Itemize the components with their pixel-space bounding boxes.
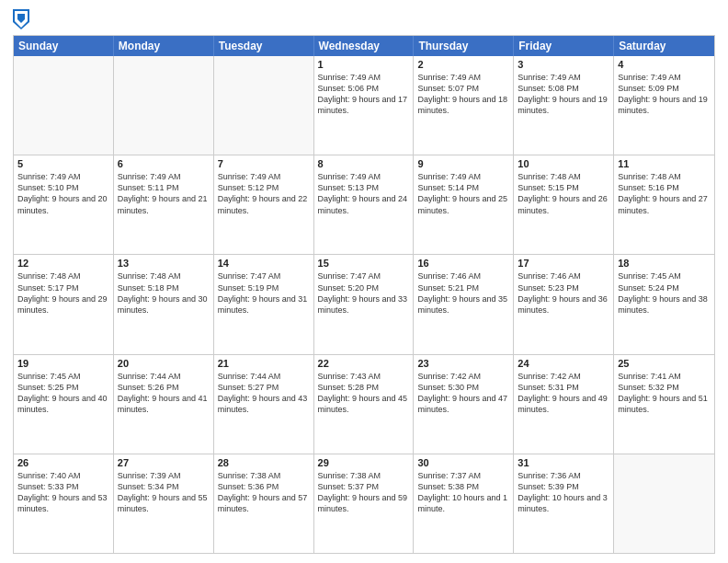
- calendar-week-3: 12Sunrise: 7:48 AM Sunset: 5:17 PM Dayli…: [14, 254, 714, 353]
- day-info: Sunrise: 7:49 AM Sunset: 5:13 PM Dayligh…: [318, 171, 410, 216]
- day-info: Sunrise: 7:47 AM Sunset: 5:20 PM Dayligh…: [318, 270, 410, 316]
- day-info: Sunrise: 7:43 AM Sunset: 5:28 PM Dayligh…: [318, 371, 410, 416]
- day-cell-16: 16Sunrise: 7:46 AM Sunset: 5:21 PM Dayli…: [414, 255, 514, 353]
- day-cell-8: 8Sunrise: 7:49 AM Sunset: 5:13 PM Daylig…: [314, 155, 415, 254]
- weekday-header-tuesday: Tuesday: [214, 36, 314, 56]
- day-info: Sunrise: 7:40 AM Sunset: 5:33 PM Dayligh…: [17, 470, 109, 515]
- day-number: 24: [518, 358, 609, 369]
- day-number: 4: [618, 59, 711, 70]
- day-number: 20: [118, 358, 210, 369]
- day-number: 2: [417, 59, 509, 70]
- day-number: 21: [218, 358, 310, 369]
- calendar-header-row: SundayMondayTuesdayWednesdayThursdayFrid…: [14, 36, 714, 56]
- day-info: Sunrise: 7:44 AM Sunset: 5:27 PM Dayligh…: [218, 371, 310, 416]
- day-cell-12: 12Sunrise: 7:48 AM Sunset: 5:17 PM Dayli…: [14, 255, 114, 353]
- empty-cell: [614, 454, 714, 553]
- day-cell-22: 22Sunrise: 7:43 AM Sunset: 5:28 PM Dayli…: [314, 355, 415, 454]
- day-cell-4: 4Sunrise: 7:49 AM Sunset: 5:09 PM Daylig…: [614, 56, 714, 155]
- day-info: Sunrise: 7:41 AM Sunset: 5:32 PM Dayligh…: [618, 371, 711, 416]
- weekday-header-wednesday: Wednesday: [314, 36, 415, 56]
- day-info: Sunrise: 7:47 AM Sunset: 5:19 PM Dayligh…: [218, 270, 310, 316]
- day-cell-18: 18Sunrise: 7:45 AM Sunset: 5:24 PM Dayli…: [614, 255, 714, 353]
- day-number: 19: [17, 358, 109, 369]
- weekday-header-sunday: Sunday: [14, 36, 114, 56]
- day-info: Sunrise: 7:36 AM Sunset: 5:39 PM Dayligh…: [518, 470, 609, 515]
- day-cell-17: 17Sunrise: 7:46 AM Sunset: 5:23 PM Dayli…: [514, 255, 614, 353]
- day-cell-27: 27Sunrise: 7:39 AM Sunset: 5:34 PM Dayli…: [114, 454, 214, 553]
- calendar-week-4: 19Sunrise: 7:45 AM Sunset: 5:25 PM Dayli…: [14, 354, 714, 454]
- day-cell-7: 7Sunrise: 7:49 AM Sunset: 5:12 PM Daylig…: [214, 155, 314, 254]
- day-number: 12: [17, 258, 109, 269]
- page: SundayMondayTuesdayWednesdayThursdayFrid…: [0, 0, 728, 563]
- logo: [13, 9, 33, 29]
- day-number: 8: [318, 158, 410, 169]
- day-number: 10: [518, 158, 609, 169]
- day-cell-20: 20Sunrise: 7:44 AM Sunset: 5:26 PM Dayli…: [114, 355, 214, 454]
- weekday-header-monday: Monday: [114, 36, 214, 56]
- day-number: 14: [218, 258, 310, 269]
- day-cell-28: 28Sunrise: 7:38 AM Sunset: 5:36 PM Dayli…: [214, 454, 314, 553]
- day-info: Sunrise: 7:49 AM Sunset: 5:07 PM Dayligh…: [417, 72, 509, 117]
- day-cell-23: 23Sunrise: 7:42 AM Sunset: 5:30 PM Dayli…: [414, 355, 514, 454]
- day-info: Sunrise: 7:42 AM Sunset: 5:31 PM Dayligh…: [518, 371, 609, 416]
- day-cell-2: 2Sunrise: 7:49 AM Sunset: 5:07 PM Daylig…: [414, 56, 514, 155]
- day-number: 9: [417, 158, 509, 169]
- day-cell-1: 1Sunrise: 7:49 AM Sunset: 5:06 PM Daylig…: [314, 56, 415, 155]
- day-info: Sunrise: 7:45 AM Sunset: 5:24 PM Dayligh…: [618, 270, 711, 316]
- day-number: 30: [417, 457, 509, 468]
- day-info: Sunrise: 7:49 AM Sunset: 5:12 PM Dayligh…: [218, 171, 310, 216]
- day-number: 1: [318, 59, 410, 70]
- weekday-header-friday: Friday: [514, 36, 614, 56]
- day-info: Sunrise: 7:48 AM Sunset: 5:17 PM Dayligh…: [17, 270, 109, 316]
- day-number: 3: [518, 59, 609, 70]
- day-info: Sunrise: 7:37 AM Sunset: 5:38 PM Dayligh…: [417, 470, 509, 515]
- empty-cell: [114, 56, 214, 155]
- day-cell-31: 31Sunrise: 7:36 AM Sunset: 5:39 PM Dayli…: [514, 454, 614, 553]
- day-info: Sunrise: 7:48 AM Sunset: 5:16 PM Dayligh…: [618, 171, 711, 216]
- day-cell-19: 19Sunrise: 7:45 AM Sunset: 5:25 PM Dayli…: [14, 355, 114, 454]
- calendar-body: 1Sunrise: 7:49 AM Sunset: 5:06 PM Daylig…: [14, 56, 714, 553]
- empty-cell: [14, 56, 114, 155]
- day-cell-14: 14Sunrise: 7:47 AM Sunset: 5:19 PM Dayli…: [214, 255, 314, 353]
- day-cell-25: 25Sunrise: 7:41 AM Sunset: 5:32 PM Dayli…: [614, 355, 714, 454]
- day-cell-21: 21Sunrise: 7:44 AM Sunset: 5:27 PM Dayli…: [214, 355, 314, 454]
- day-cell-13: 13Sunrise: 7:48 AM Sunset: 5:18 PM Dayli…: [114, 255, 214, 353]
- day-cell-26: 26Sunrise: 7:40 AM Sunset: 5:33 PM Dayli…: [14, 454, 114, 553]
- day-info: Sunrise: 7:48 AM Sunset: 5:15 PM Dayligh…: [518, 171, 609, 216]
- day-number: 18: [618, 258, 711, 269]
- day-info: Sunrise: 7:46 AM Sunset: 5:21 PM Dayligh…: [417, 270, 509, 316]
- day-number: 5: [17, 158, 109, 169]
- day-cell-5: 5Sunrise: 7:49 AM Sunset: 5:10 PM Daylig…: [14, 155, 114, 254]
- day-number: 26: [17, 457, 109, 468]
- day-cell-9: 9Sunrise: 7:49 AM Sunset: 5:14 PM Daylig…: [414, 155, 514, 254]
- calendar: SundayMondayTuesdayWednesdayThursdayFrid…: [13, 35, 715, 554]
- header: [13, 9, 715, 29]
- day-info: Sunrise: 7:38 AM Sunset: 5:37 PM Dayligh…: [318, 470, 410, 515]
- calendar-week-1: 1Sunrise: 7:49 AM Sunset: 5:06 PM Daylig…: [14, 56, 714, 155]
- calendar-week-5: 26Sunrise: 7:40 AM Sunset: 5:33 PM Dayli…: [14, 454, 714, 553]
- day-info: Sunrise: 7:49 AM Sunset: 5:14 PM Dayligh…: [417, 171, 509, 216]
- day-number: 22: [318, 358, 410, 369]
- day-number: 7: [218, 158, 310, 169]
- day-number: 15: [318, 258, 410, 269]
- day-cell-29: 29Sunrise: 7:38 AM Sunset: 5:37 PM Dayli…: [314, 454, 415, 553]
- day-info: Sunrise: 7:46 AM Sunset: 5:23 PM Dayligh…: [518, 270, 609, 316]
- day-info: Sunrise: 7:49 AM Sunset: 5:10 PM Dayligh…: [17, 171, 109, 216]
- day-info: Sunrise: 7:49 AM Sunset: 5:06 PM Dayligh…: [318, 72, 410, 117]
- day-info: Sunrise: 7:49 AM Sunset: 5:11 PM Dayligh…: [118, 171, 210, 216]
- day-info: Sunrise: 7:38 AM Sunset: 5:36 PM Dayligh…: [218, 470, 310, 515]
- day-cell-15: 15Sunrise: 7:47 AM Sunset: 5:20 PM Dayli…: [314, 255, 415, 353]
- day-info: Sunrise: 7:42 AM Sunset: 5:30 PM Dayligh…: [417, 371, 509, 416]
- day-cell-11: 11Sunrise: 7:48 AM Sunset: 5:16 PM Dayli…: [614, 155, 714, 254]
- day-cell-30: 30Sunrise: 7:37 AM Sunset: 5:38 PM Dayli…: [414, 454, 514, 553]
- day-number: 27: [118, 457, 210, 468]
- day-cell-6: 6Sunrise: 7:49 AM Sunset: 5:11 PM Daylig…: [114, 155, 214, 254]
- day-info: Sunrise: 7:44 AM Sunset: 5:26 PM Dayligh…: [118, 371, 210, 416]
- day-info: Sunrise: 7:48 AM Sunset: 5:18 PM Dayligh…: [118, 270, 210, 316]
- weekday-header-saturday: Saturday: [614, 36, 714, 56]
- weekday-header-thursday: Thursday: [414, 36, 514, 56]
- day-cell-10: 10Sunrise: 7:48 AM Sunset: 5:15 PM Dayli…: [514, 155, 614, 254]
- day-cell-3: 3Sunrise: 7:49 AM Sunset: 5:08 PM Daylig…: [514, 56, 614, 155]
- day-number: 16: [417, 258, 509, 269]
- day-number: 29: [318, 457, 410, 468]
